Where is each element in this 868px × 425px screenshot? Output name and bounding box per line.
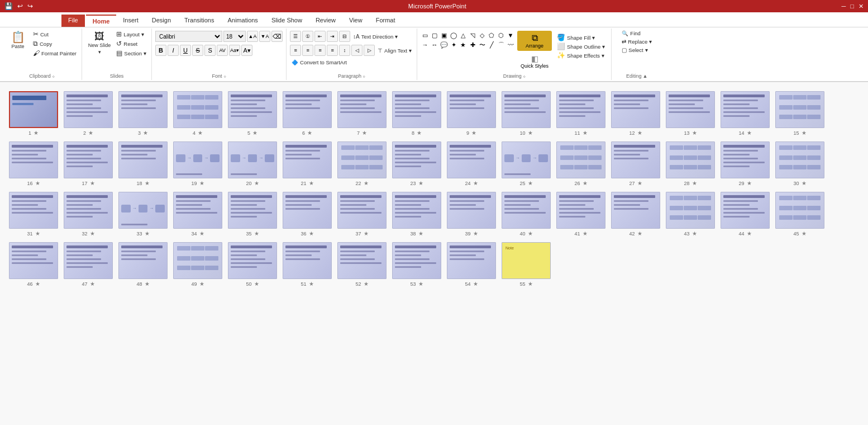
arrange-button[interactable]: ⧉ Arrange [517, 31, 552, 51]
shadow-btn[interactable]: S [204, 45, 216, 56]
decrease-indent-btn[interactable]: ⇤ [314, 31, 326, 42]
font-family-select[interactable]: Calibri [155, 31, 222, 42]
slide-star-13[interactable]: ★ [692, 130, 697, 136]
slide-thumb-20[interactable]: →→ [228, 141, 277, 178]
align-text-button[interactable]: ⊤ Align Text ▾ [376, 47, 413, 54]
decrease-font-btn[interactable]: ▼A [259, 31, 270, 42]
shape-star4[interactable]: ✦ [449, 40, 458, 49]
editing-collapse-icon[interactable]: ▲ [643, 73, 648, 79]
slide-star-38[interactable]: ★ [418, 230, 423, 237]
slide-star-52[interactable]: ★ [364, 281, 369, 287]
numbering-btn[interactable]: ① [302, 31, 313, 42]
slide-star-48[interactable]: ★ [145, 281, 150, 287]
slide-thumb-11[interactable] [556, 91, 605, 128]
slide-star-1[interactable]: ★ [34, 130, 39, 136]
slide-thumb-19[interactable]: →→ [173, 141, 222, 178]
slide-star-36[interactable]: ★ [309, 230, 314, 237]
slide-thumb-7[interactable] [337, 91, 387, 128]
top-bar-close[interactable]: ✕ [859, 3, 864, 10]
slide-star-49[interactable]: ★ [199, 281, 204, 287]
tab-transitions[interactable]: Transitions [178, 15, 221, 27]
slide-thumb-45[interactable] [775, 192, 824, 229]
reset-button[interactable]: ↺ Reset [115, 39, 148, 48]
slide-thumb-37[interactable] [337, 192, 387, 229]
slide-star-23[interactable]: ★ [418, 180, 423, 186]
slide-thumb-28[interactable] [666, 141, 715, 178]
replace-button[interactable]: ⇄ Replace ▾ [620, 38, 654, 45]
char-spacing-btn[interactable]: AV [217, 45, 228, 56]
slide-star-45[interactable]: ★ [802, 230, 807, 237]
slide-thumb-17[interactable] [64, 141, 113, 178]
slide-thumb-8[interactable] [392, 91, 441, 128]
shape-cross[interactable]: ✚ [468, 40, 477, 49]
section-button[interactable]: ▤ Section ▾ [115, 49, 148, 58]
slide-thumb-32[interactable] [64, 192, 113, 229]
slide-thumb-49[interactable] [173, 242, 222, 279]
top-bar-max[interactable]: □ [850, 3, 854, 10]
top-bar-min[interactable]: ─ [842, 3, 846, 10]
shape-triangle[interactable]: △ [459, 31, 468, 40]
slide-thumb-1[interactable] [9, 91, 58, 128]
shape-pentagon[interactable]: ⬠ [487, 31, 496, 40]
convert-smartart-button[interactable]: 🔷 Convert to SmartArt [290, 59, 349, 66]
slide-thumb-47[interactable] [64, 242, 113, 279]
slide-star-50[interactable]: ★ [254, 281, 259, 287]
slide-star-15[interactable]: ★ [802, 130, 807, 136]
slide-star-25[interactable]: ★ [528, 180, 533, 186]
slide-star-10[interactable]: ★ [528, 130, 533, 136]
slide-star-32[interactable]: ★ [90, 230, 95, 237]
shape-effects-button[interactable]: ✨ Shape Effects ▾ [555, 51, 607, 60]
slide-star-47[interactable]: ★ [90, 281, 95, 287]
shape-rect[interactable]: ▭ [421, 31, 430, 40]
slide-thumb-3[interactable] [118, 91, 168, 128]
shape-hexagon[interactable]: ⬡ [497, 31, 505, 40]
slide-thumb-31[interactable] [9, 192, 58, 229]
rtl-btn[interactable]: ◁ [351, 45, 363, 56]
slide-star-17[interactable]: ★ [90, 180, 95, 186]
slide-thumb-26[interactable] [556, 141, 605, 178]
justify-btn[interactable]: ≡ [327, 45, 338, 56]
align-left-btn[interactable]: ≡ [290, 45, 301, 56]
tab-view[interactable]: View [342, 15, 369, 27]
tab-animations[interactable]: Animations [221, 15, 264, 27]
slide-thumb-14[interactable] [721, 91, 770, 128]
slide-thumb-15[interactable] [775, 91, 824, 128]
top-bar-save[interactable]: 💾 [4, 2, 13, 10]
tab-file[interactable]: File [61, 15, 85, 27]
slide-star-7[interactable]: ★ [362, 130, 367, 136]
slide-thumb-41[interactable] [556, 192, 605, 229]
shape-more[interactable]: ▼ [506, 31, 515, 40]
slide-thumb-54[interactable] [447, 242, 496, 279]
bold-btn[interactable]: B [155, 45, 166, 56]
top-bar-undo[interactable]: ↩ [17, 2, 23, 10]
slide-star-30[interactable]: ★ [802, 180, 807, 186]
align-right-btn[interactable]: ≡ [314, 45, 326, 56]
shape-star5[interactable]: ★ [459, 40, 468, 49]
shape-diamond[interactable]: ◇ [478, 31, 487, 40]
format-painter-button[interactable]: 🖌 Format Painter [31, 49, 78, 58]
slide-thumb-13[interactable] [666, 91, 715, 128]
slide-thumb-21[interactable] [283, 141, 332, 178]
strikethrough-btn[interactable]: S [192, 45, 203, 56]
bullets-btn[interactable]: ☰ [290, 31, 301, 42]
shape-freeform[interactable]: 〰 [506, 40, 515, 49]
slide-thumb-18[interactable] [118, 141, 168, 178]
slide-star-24[interactable]: ★ [473, 180, 478, 186]
shape-outline-button[interactable]: ⬜ Shape Outline ▾ [555, 42, 607, 51]
slide-star-9[interactable]: ★ [471, 130, 476, 136]
tab-format[interactable]: Format [369, 15, 402, 27]
slide-star-42[interactable]: ★ [637, 230, 642, 237]
font-size-select[interactable]: 18 [223, 31, 246, 42]
shape-arrow[interactable]: → [421, 40, 430, 49]
slide-thumb-10[interactable] [502, 91, 551, 128]
slide-thumb-53[interactable] [392, 242, 441, 279]
slide-star-41[interactable]: ★ [583, 230, 588, 237]
shape-connector[interactable]: ⌒ [497, 40, 505, 49]
ltr-btn[interactable]: ▷ [364, 45, 375, 56]
slide-thumb-38[interactable] [392, 192, 441, 229]
paragraph-expand-icon[interactable]: ⬦ [363, 73, 365, 79]
find-button[interactable]: 🔍 Find [620, 30, 642, 37]
slide-star-3[interactable]: ★ [143, 130, 148, 136]
slide-thumb-29[interactable] [721, 141, 770, 178]
slide-thumb-50[interactable] [228, 242, 277, 279]
